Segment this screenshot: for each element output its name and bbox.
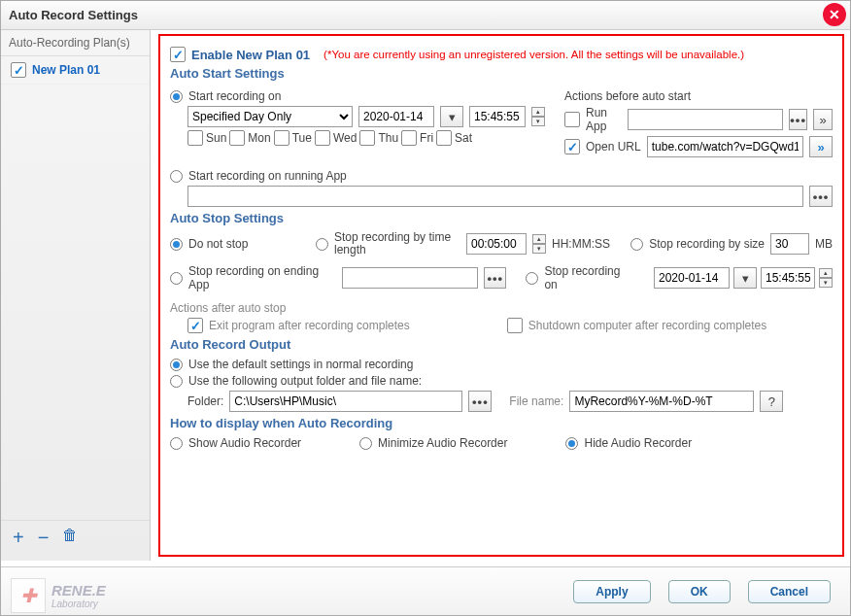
actions-before-label: Actions before auto start [564, 89, 691, 103]
start-on-date-label: Start recording on [188, 89, 281, 103]
ok-button[interactable]: OK [668, 580, 731, 603]
start-date-input[interactable] [358, 106, 434, 127]
stop-time-input[interactable] [466, 233, 527, 255]
open-url-checkbox[interactable] [564, 139, 580, 154]
run-app-checkbox[interactable] [564, 112, 580, 127]
use-custom-radio[interactable] [170, 375, 183, 388]
shutdown-checkbox[interactable] [507, 318, 523, 333]
show-recorder-radio[interactable] [170, 437, 183, 450]
run-app-input[interactable] [628, 109, 783, 130]
stop-by-time-radio[interactable] [316, 238, 328, 251]
window-title: Auto Record Settings [9, 8, 138, 22]
cancel-button[interactable]: Cancel [748, 580, 831, 603]
plus-icon: ✚ [11, 578, 46, 613]
enable-plan-label: Enable New Plan 01 [191, 48, 310, 62]
open-url-go-icon[interactable]: » [809, 136, 833, 157]
filename-help-icon[interactable]: ? [760, 391, 783, 412]
do-not-stop-radio[interactable] [170, 238, 183, 251]
filename-input[interactable] [569, 391, 754, 412]
hide-recorder-radio[interactable] [565, 437, 578, 450]
start-on-app-label: Start recording on running App [188, 169, 347, 183]
day-tue-checkbox[interactable] [274, 130, 289, 146]
stop-time2-spinner[interactable]: ▴▾ [819, 268, 833, 288]
enable-plan-checkbox[interactable] [170, 47, 186, 62]
auto-stop-title: Auto Stop Settings [170, 211, 833, 225]
main: Enable New Plan 01 (*You are currently u… [151, 30, 850, 561]
stop-size-input[interactable] [770, 233, 809, 255]
output-title: Auto Record Output [170, 337, 833, 352]
use-default-radio[interactable] [170, 359, 183, 371]
window: Auto Record Settings ✕ Auto-Recording Pl… [0, 0, 851, 616]
day-fri-checkbox[interactable] [401, 130, 417, 146]
delete-plan-icon[interactable]: 🗑 [62, 527, 78, 549]
sidebar-tools: + − 🗑 [1, 520, 150, 555]
stop-time-spinner[interactable]: ▴▾ [532, 234, 546, 254]
ending-app-input[interactable] [342, 267, 478, 289]
day-mode-select[interactable]: Specified Day Only [187, 106, 353, 127]
stop-date-input[interactable] [654, 267, 730, 289]
start-time-input[interactable] [469, 106, 526, 127]
sidebar-header: Auto-Recording Plan(s) [1, 30, 150, 56]
actions-after-label: Actions after auto stop [170, 301, 833, 315]
start-on-app-radio[interactable] [170, 170, 183, 183]
footer: ✚ RENE.E Laboratory Apply OK Cancel [1, 566, 850, 615]
stop-by-size-radio[interactable] [630, 238, 643, 251]
plan-checkbox[interactable] [11, 62, 26, 78]
sidebar: Auto-Recording Plan(s) New Plan 01 + − 🗑 [1, 30, 151, 561]
open-url-input[interactable] [647, 136, 803, 157]
folder-browse-icon[interactable]: ••• [468, 391, 492, 412]
stop-on-date-radio[interactable] [526, 272, 538, 285]
exit-program-checkbox[interactable] [187, 318, 203, 333]
plan-label: New Plan 01 [32, 63, 100, 77]
day-thu-checkbox[interactable] [359, 130, 375, 146]
remove-plan-icon[interactable]: − [38, 527, 50, 549]
add-plan-icon[interactable]: + [13, 527, 24, 549]
day-wed-checkbox[interactable] [315, 130, 330, 146]
brand-logo: ✚ RENE.E Laboratory [11, 578, 106, 613]
day-sat-checkbox[interactable] [436, 130, 452, 146]
running-app-input[interactable] [187, 186, 803, 207]
auto-start-title: Auto Start Settings [170, 66, 833, 81]
day-sun-checkbox[interactable] [187, 130, 203, 146]
settings-panel: Enable New Plan 01 (*You are currently u… [158, 34, 844, 557]
running-app-browse-icon[interactable]: ••• [809, 186, 833, 207]
run-app-go-icon[interactable]: » [813, 109, 833, 130]
warning-text: (*You are currently using an unregistere… [323, 49, 744, 60]
titlebar: Auto Record Settings ✕ [1, 1, 850, 30]
stop-date-dropdown-icon[interactable]: ▾ [733, 267, 757, 289]
time-spinner[interactable]: ▴▾ [531, 107, 545, 126]
stop-on-ending-radio[interactable] [170, 272, 183, 285]
minimize-recorder-radio[interactable] [359, 437, 372, 450]
sidebar-item-plan[interactable]: New Plan 01 [1, 56, 150, 85]
date-dropdown-icon[interactable]: ▾ [440, 106, 463, 127]
stop-time2-input[interactable] [761, 267, 815, 289]
close-icon[interactable]: ✕ [823, 3, 846, 26]
apply-button[interactable]: Apply [573, 580, 650, 603]
day-mon-checkbox[interactable] [229, 130, 245, 146]
folder-input[interactable] [229, 391, 462, 412]
display-title: How to display when Auto Recording [170, 416, 833, 430]
ending-app-browse-icon[interactable]: ••• [484, 267, 506, 289]
run-app-browse-icon[interactable]: ••• [789, 109, 808, 130]
start-on-date-radio[interactable] [170, 90, 183, 103]
